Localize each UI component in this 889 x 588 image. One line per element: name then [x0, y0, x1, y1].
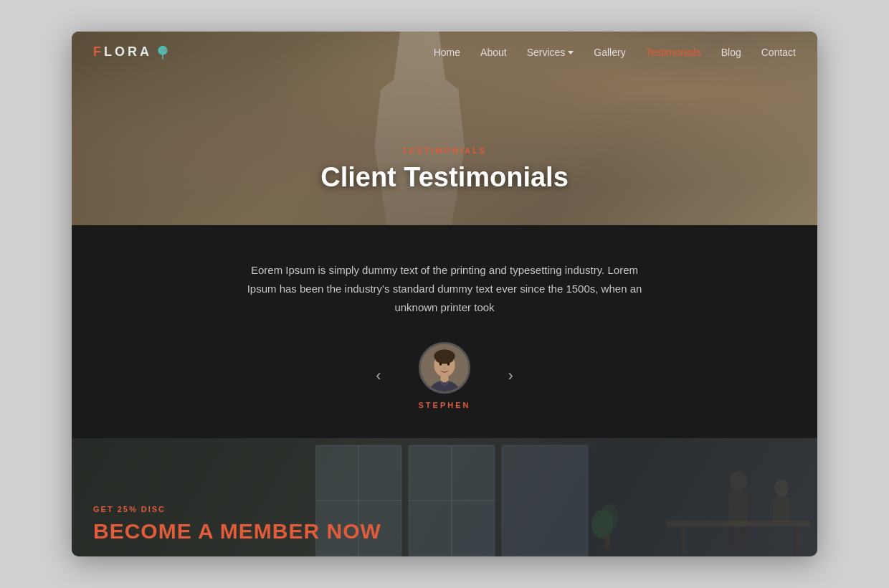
avatar-image — [421, 344, 468, 392]
svg-point-18 — [730, 471, 747, 491]
nav-link-services[interactable]: Services — [527, 47, 574, 58]
hero-content: TESTIMONIALS Client Testimonials — [72, 146, 817, 193]
nav-item-contact[interactable]: Contact — [761, 46, 796, 59]
svg-rect-25 — [681, 526, 685, 555]
avatar — [419, 342, 470, 394]
cta-title: BECOME A MEMBER NOW — [93, 519, 381, 544]
svg-rect-23 — [773, 497, 790, 522]
hero-title: Client Testimonials — [72, 162, 817, 193]
nav-item-testimonials[interactable]: Testimonials — [646, 46, 701, 59]
browser-window: FLORA Home About Services — [72, 32, 817, 557]
cta-title-suffix: NOW — [320, 519, 381, 543]
nav-item-blog[interactable]: Blog — [721, 46, 741, 59]
logo-text: FLORA — [93, 44, 152, 60]
nav-links: Home About Services Gallery Testimonials — [434, 46, 796, 59]
nav-link-blog[interactable]: Blog — [721, 47, 741, 58]
nav-item-gallery[interactable]: Gallery — [594, 46, 625, 59]
svg-rect-17 — [604, 535, 610, 549]
nav-item-about[interactable]: About — [480, 46, 507, 59]
cta-discount-label: GET 25% DISC — [93, 505, 381, 513]
nav-link-home[interactable]: Home — [434, 47, 460, 58]
cta-title-prefix: BECOME A — [93, 519, 220, 543]
svg-point-6 — [439, 363, 442, 366]
nav-link-testimonials[interactable]: Testimonials — [646, 47, 701, 58]
svg-point-22 — [774, 480, 789, 497]
svg-rect-21 — [741, 527, 748, 549]
svg-rect-24 — [667, 521, 810, 526]
svg-point-7 — [447, 363, 450, 366]
chevron-down-icon — [568, 51, 574, 54]
logo[interactable]: FLORA — [93, 44, 171, 60]
svg-point-5 — [435, 354, 454, 364]
hero-label: TESTIMONIALS — [72, 146, 817, 155]
svg-point-16 — [601, 504, 618, 530]
svg-rect-26 — [796, 526, 800, 555]
cta-content: GET 25% DISC BECOME A MEMBER NOW — [93, 505, 381, 556]
testimonial-person: STEPHEN — [419, 342, 471, 409]
prev-arrow-button[interactable]: ‹ — [367, 361, 389, 391]
nav-link-contact[interactable]: Contact — [761, 47, 796, 58]
logo-icon — [155, 44, 171, 60]
testimonial-text: Eorem Ipsum is simply dummy text of the … — [244, 261, 645, 318]
navbar: FLORA Home About Services — [72, 32, 817, 73]
nav-item-home[interactable]: Home — [434, 46, 460, 59]
testimonials-section: Eorem Ipsum is simply dummy text of the … — [72, 225, 817, 439]
nav-item-services[interactable]: Services — [527, 47, 574, 58]
testimonial-slider: ‹ — [93, 342, 796, 409]
nav-link-gallery[interactable]: Gallery — [594, 47, 625, 58]
next-arrow-button[interactable]: › — [499, 361, 521, 391]
cta-title-highlight: MEMBER — [220, 519, 320, 543]
hero-section: FLORA Home About Services — [72, 32, 817, 225]
office-background-svg — [315, 438, 817, 556]
person-name: STEPHEN — [419, 401, 471, 409]
svg-rect-10 — [502, 445, 588, 556]
svg-rect-20 — [729, 527, 736, 549]
nav-link-about[interactable]: About — [480, 47, 507, 58]
cta-section: GET 25% DISC BECOME A MEMBER NOW — [72, 438, 817, 556]
